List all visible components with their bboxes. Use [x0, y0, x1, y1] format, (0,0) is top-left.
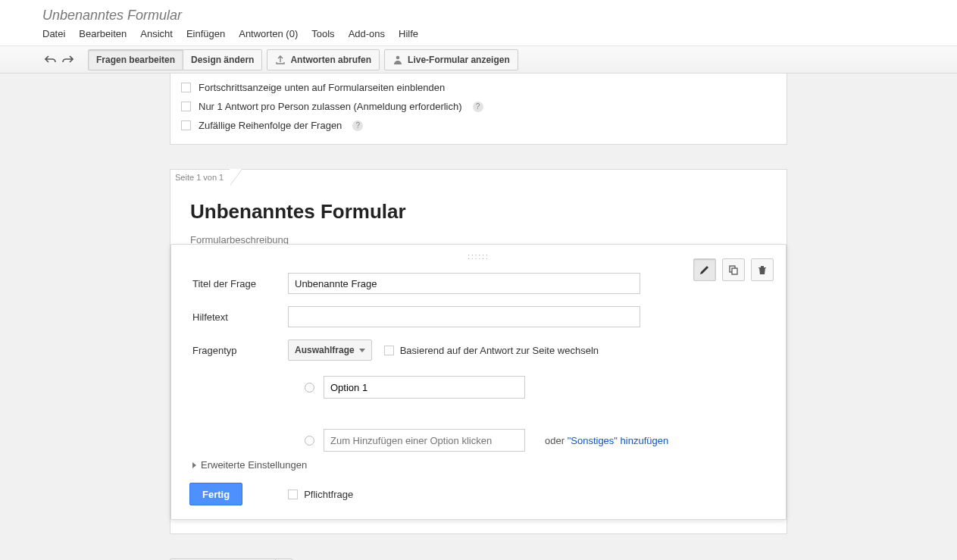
help-icon[interactable]: ? [352, 120, 363, 131]
share-icon [275, 55, 286, 65]
checkbox-icon [288, 490, 298, 499]
radio-icon [305, 436, 314, 446]
toolbar: Fragen bearbeiten Design ändern Antworte… [0, 45, 957, 74]
tab-edit-questions[interactable]: Fragen bearbeiten [88, 49, 183, 70]
question-actions [693, 258, 774, 281]
chevron-right-icon [192, 462, 196, 468]
view-live-button[interactable]: Live-Formular anzeigen [384, 49, 518, 70]
question-help-label: Hilfetext [189, 311, 288, 323]
setting-progress-bar[interactable]: Fortschrittsanzeige unten auf Formularse… [181, 78, 776, 97]
option-row-1 [305, 376, 768, 399]
editor-canvas: Fortschrittsanzeige unten auf Formularse… [0, 74, 957, 560]
svg-point-6 [396, 55, 400, 59]
question-type-select[interactable]: Auswahlfrage [288, 339, 372, 361]
app-header: Unbenanntes Formular Datei Bearbeiten An… [0, 0, 957, 45]
get-responses-button[interactable]: Antworten abrufen [267, 49, 380, 70]
advanced-settings-label: Erweiterte Einstellungen [201, 459, 307, 471]
question-help-input[interactable] [288, 306, 640, 327]
question-footer: Fertig Pflichtfrage [189, 483, 768, 505]
add-other-link[interactable]: "Sonstiges" hinzufügen [568, 435, 669, 446]
checkbox-icon [181, 83, 191, 92]
setting-one-response-label: Nur 1 Antwort pro Person zulassen (Anmel… [199, 101, 462, 112]
required-label: Pflichtfrage [304, 489, 353, 500]
checkbox-icon [181, 102, 191, 111]
document-title[interactable]: Unbenanntes Formular [42, 8, 957, 23]
checkbox-icon [384, 346, 394, 355]
add-option-input[interactable] [324, 429, 525, 452]
question-editor: :::::: Titel der Frage [170, 244, 787, 520]
chevron-down-icon [359, 349, 365, 352]
tab-change-theme[interactable]: Design ändern [183, 49, 262, 70]
page-column: Fortschrittsanzeige unten auf Formularse… [170, 74, 787, 560]
undo-button[interactable] [42, 52, 59, 68]
get-responses-label: Antworten abrufen [290, 55, 371, 65]
radio-icon [305, 383, 314, 393]
option-1-input[interactable] [324, 376, 525, 399]
menu-bar: Datei Bearbeiten Ansicht Einfügen Antwor… [42, 28, 957, 39]
form-page-card: Seite 1 von 1 Unbenanntes Formular Formu… [170, 169, 787, 534]
redo-icon [61, 55, 73, 65]
question-type-value: Auswahlfrage [295, 345, 355, 355]
menu-addons[interactable]: Add-ons [349, 28, 385, 39]
setting-one-response[interactable]: Nur 1 Antwort pro Person zulassen (Anmel… [181, 97, 776, 116]
options-list: oder "Sonstiges" hinzufügen [305, 376, 768, 452]
question-title-input[interactable] [288, 273, 640, 294]
question-title-label: Titel der Frage [189, 278, 288, 289]
drag-handle[interactable]: :::::: [189, 252, 768, 261]
menu-file[interactable]: Datei [42, 28, 65, 39]
person-icon [392, 55, 403, 65]
menu-responses[interactable]: Antworten (0) [239, 28, 298, 39]
required-checkbox[interactable]: Pflichtfrage [288, 489, 353, 500]
duplicate-question-button[interactable] [722, 258, 745, 281]
page-indicator: Seite 1 von 1 [170, 169, 230, 185]
menu-tools[interactable]: Tools [311, 28, 334, 39]
checkbox-icon [181, 120, 191, 130]
menu-edit[interactable]: Bearbeiten [79, 28, 127, 39]
delete-question-button[interactable] [751, 258, 774, 281]
option-add-row: oder "Sonstiges" hinzufügen [305, 429, 768, 452]
edit-question-button[interactable] [693, 258, 716, 281]
pencil-icon [699, 264, 710, 275]
goto-section-label: Basierend auf der Antwort zur Seite wech… [400, 345, 599, 356]
copy-icon [728, 264, 739, 275]
setting-progress-bar-label: Fortschrittsanzeige unten auf Formularse… [199, 82, 445, 93]
setting-shuffle-label: Zufällige Reihenfolge der Fragen [199, 120, 342, 131]
menu-view[interactable]: Ansicht [140, 28, 173, 39]
add-other-tail: oder "Sonstiges" hinzufügen [545, 435, 668, 446]
view-tab-group: Fragen bearbeiten Design ändern [88, 49, 262, 70]
form-settings-card: Fortschrittsanzeige unten auf Formularse… [170, 74, 787, 145]
undo-icon [45, 55, 57, 65]
menu-insert[interactable]: Einfügen [186, 28, 225, 39]
redo-button[interactable] [59, 52, 76, 68]
or-text: oder [545, 435, 568, 446]
trash-icon [757, 264, 768, 275]
svg-rect-8 [732, 268, 737, 274]
question-type-label: Fragentyp [189, 345, 288, 356]
view-live-label: Live-Formular anzeigen [408, 55, 510, 65]
goto-section-checkbox[interactable]: Basierend auf der Antwort zur Seite wech… [384, 345, 599, 356]
done-button[interactable]: Fertig [189, 483, 242, 505]
form-title[interactable]: Unbenanntes Formular [190, 200, 767, 224]
advanced-settings-toggle[interactable]: Erweiterte Einstellungen [192, 459, 768, 471]
help-icon[interactable]: ? [473, 102, 483, 112]
menu-help[interactable]: Hilfe [399, 28, 418, 39]
setting-shuffle[interactable]: Zufällige Reihenfolge der Fragen ? [181, 116, 776, 135]
